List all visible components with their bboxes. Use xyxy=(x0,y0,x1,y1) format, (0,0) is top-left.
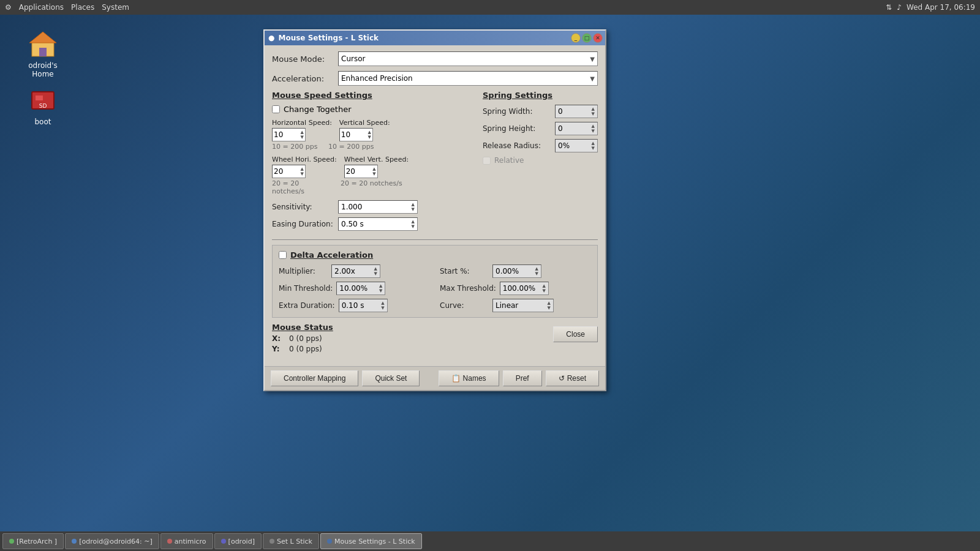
start-pct-field[interactable]: 0.00% ▲ ▼ xyxy=(492,264,541,278)
menu-applications[interactable]: Applications xyxy=(19,3,64,12)
delta-enabled-checkbox[interactable] xyxy=(279,251,287,259)
horiz-speed-group: Horizontal Speed: 10 ▲ ▼ xyxy=(272,119,332,141)
sensitivity-up[interactable]: ▲ xyxy=(412,202,415,207)
minimize-button[interactable]: _ xyxy=(571,33,581,43)
maximize-button[interactable]: □ xyxy=(582,33,592,43)
start-pct-down[interactable]: ▼ xyxy=(535,271,538,276)
relative-checkbox xyxy=(483,157,491,165)
extra-duration-arrows: ▲ ▼ xyxy=(381,299,384,312)
taskbar-item-antimicro[interactable]: antimicro xyxy=(160,533,213,549)
vert-speed-up[interactable]: ▲ xyxy=(368,130,371,135)
odroid-label: [odroid] xyxy=(228,538,255,545)
sensitivity-down[interactable]: ▼ xyxy=(412,207,415,212)
relative-row: Relative xyxy=(483,156,598,165)
start-pct-up[interactable]: ▲ xyxy=(535,266,538,271)
vert-speed-down[interactable]: ▼ xyxy=(368,135,371,140)
easing-field[interactable]: 0.50 s ▲ ▼ xyxy=(338,217,418,231)
min-threshold-up[interactable]: ▲ xyxy=(379,283,382,288)
change-together-checkbox[interactable] xyxy=(272,105,280,113)
release-radius-down[interactable]: ▼ xyxy=(592,146,595,151)
wheel-vert-down[interactable]: ▼ xyxy=(372,171,375,176)
spring-width-value: 0 xyxy=(558,107,563,116)
vert-speed-field[interactable]: 10 ▲ ▼ xyxy=(339,128,373,141)
acceleration-select[interactable]: Enhanced Precision ▼ xyxy=(338,71,598,86)
spring-height-field[interactable]: 0 ▲ ▼ xyxy=(555,122,598,135)
max-threshold-up[interactable]: ▲ xyxy=(542,283,545,288)
sensitivity-field[interactable]: 1.000 ▲ ▼ xyxy=(338,200,418,214)
release-radius-up[interactable]: ▲ xyxy=(592,141,595,146)
system-icon: ⚙ xyxy=(5,3,12,12)
y-value: 0 (0 pps) xyxy=(289,345,322,353)
easing-up[interactable]: ▲ xyxy=(412,219,415,224)
taskbar-item-mouse-settings[interactable]: Mouse Settings - L Stick xyxy=(320,533,422,549)
horiz-speed-field[interactable]: 10 ▲ ▼ xyxy=(272,128,306,141)
extra-duration-up[interactable]: ▲ xyxy=(381,301,384,305)
easing-value: 0.50 s xyxy=(341,220,364,228)
change-together-row: Change Together xyxy=(272,105,473,114)
horiz-speed-label: Horizontal Speed: xyxy=(272,119,332,127)
easing-down[interactable]: ▼ xyxy=(412,224,415,229)
taskbar-item-retroarch[interactable]: [RetroArch ] xyxy=(2,533,64,549)
menu-system[interactable]: System xyxy=(102,3,129,12)
spring-width-field[interactable]: 0 ▲ ▼ xyxy=(555,105,598,118)
release-radius-value: 0% xyxy=(558,141,570,150)
multiplier-up[interactable]: ▲ xyxy=(374,266,377,271)
taskbar-item-set-l-stick[interactable]: Set L Stick xyxy=(263,533,319,549)
horiz-speed-down[interactable]: ▼ xyxy=(301,135,304,140)
curve-down[interactable]: ▼ xyxy=(548,305,551,310)
extra-duration-down[interactable]: ▼ xyxy=(381,305,384,310)
start-pct-arrows: ▲ ▼ xyxy=(535,265,538,277)
wheel-eq-row: 20 = 20 notches/s 20 = 20 notches/s xyxy=(272,179,473,195)
mouse-mode-select[interactable]: Cursor ▼ xyxy=(338,51,598,66)
reset-button[interactable]: ↺ Reset xyxy=(546,370,599,386)
quick-set-button[interactable]: Quick Set xyxy=(362,370,420,386)
spring-height-down[interactable]: ▼ xyxy=(592,129,595,133)
min-threshold-down[interactable]: ▼ xyxy=(379,288,382,293)
desktop-icon-boot[interactable]: SD boot xyxy=(18,86,67,126)
curve-up[interactable]: ▲ xyxy=(548,301,551,305)
min-threshold-field[interactable]: 10.00% ▲ ▼ xyxy=(336,282,385,295)
pref-button[interactable]: Pref xyxy=(503,370,542,386)
acceleration-row: Acceleration: Enhanced Precision ▼ xyxy=(272,71,598,86)
wheel-vert-up[interactable]: ▲ xyxy=(372,167,375,171)
controller-mapping-button[interactable]: Controller Mapping xyxy=(271,370,358,386)
max-threshold-down[interactable]: ▼ xyxy=(542,288,545,293)
horiz-speed-up[interactable]: ▲ xyxy=(301,130,304,135)
min-threshold-label: Min Threshold: xyxy=(279,284,333,293)
mouse-settings-dot xyxy=(327,539,332,544)
boot-icon: SD xyxy=(28,86,58,115)
wheel-horiz-down[interactable]: ▼ xyxy=(301,171,304,176)
multiplier-field[interactable]: 2.00x ▲ ▼ xyxy=(331,264,380,278)
desktop-icon-home[interactable]: odroid's Home xyxy=(18,29,67,78)
curve-field[interactable]: Linear ▲ ▼ xyxy=(492,299,554,312)
spring-height-arrows: ▲ ▼ xyxy=(592,122,595,135)
close-window-button[interactable]: ✕ xyxy=(593,33,603,43)
menu-places[interactable]: Places xyxy=(71,3,94,12)
svg-rect-4 xyxy=(36,96,43,100)
release-radius-field[interactable]: 0% ▲ ▼ xyxy=(555,139,598,152)
horiz-eq: 10 = 200 pps xyxy=(272,143,321,151)
max-threshold-field[interactable]: 100.00% ▲ ▼ xyxy=(500,282,549,295)
sensitivity-arrows: ▲ ▼ xyxy=(412,201,415,213)
set-l-stick-label: Set L Stick xyxy=(277,538,312,545)
start-pct-label: Start %: xyxy=(440,267,489,276)
multiplier-label: Multiplier: xyxy=(279,267,328,276)
wheel-vert-field[interactable]: 20 ▲ ▼ xyxy=(344,165,378,178)
names-button[interactable]: 📋 Names xyxy=(439,370,499,386)
vert-eq: 10 = 200 pps xyxy=(328,143,377,151)
extra-duration-field[interactable]: 0.10 s ▲ ▼ xyxy=(339,299,388,312)
close-button[interactable]: Close xyxy=(553,326,598,342)
wheel-horiz-field[interactable]: 20 ▲ ▼ xyxy=(272,165,306,178)
spring-width-down[interactable]: ▼ xyxy=(592,111,595,116)
taskbar-item-odroid[interactable]: [odroid] xyxy=(214,533,262,549)
taskbar-item-odroid-terminal[interactable]: [odroid@odroid64: ~] xyxy=(65,533,159,549)
multiplier-down[interactable]: ▼ xyxy=(374,271,377,276)
reset-icon: ↺ xyxy=(559,374,565,383)
spring-width-up[interactable]: ▲ xyxy=(592,107,595,111)
mouse-mode-label: Mouse Mode: xyxy=(272,54,333,64)
spring-height-up[interactable]: ▲ xyxy=(592,124,595,129)
horiz-speed-value: 10 xyxy=(274,130,283,139)
wheel-horiz-up[interactable]: ▲ xyxy=(301,167,304,171)
max-threshold-row: Max Threshold: 100.00% ▲ ▼ xyxy=(440,282,591,295)
title-bar-controls: _ □ ✕ xyxy=(571,33,603,43)
